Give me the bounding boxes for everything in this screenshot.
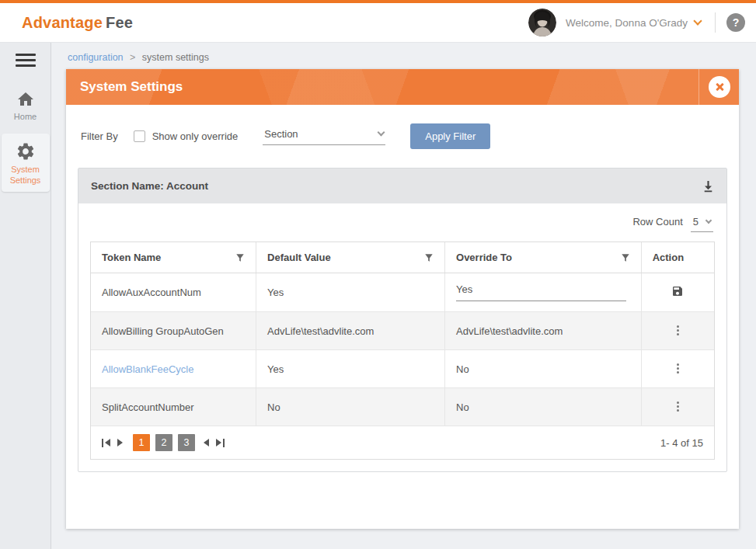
row-menu-button[interactable] — [672, 360, 684, 377]
last-page-icon — [216, 439, 221, 446]
avatar-photo — [528, 9, 556, 36]
download-button[interactable] — [702, 180, 714, 193]
filter-field-select[interactable]: Section — [263, 128, 385, 145]
breadcrumb-current: system settings — [142, 52, 209, 63]
settings-table-container: Token Name Default Value — [90, 241, 715, 460]
sidebar-item-home[interactable]: Home — [2, 82, 50, 129]
token-name-cell: AllowBlankFeeCycle — [91, 350, 256, 388]
top-bar-right: Welcome, Donna O'Grady ? — [528, 9, 745, 36]
welcome-text: Welcome, Donna O'Grady — [566, 17, 688, 29]
table-row: AllowBlankFeeCycle Yes No — [91, 350, 714, 388]
kebab-menu-icon — [677, 401, 679, 404]
section-header: Section Name: Account — [78, 169, 726, 203]
page-button-2[interactable]: 2 — [155, 434, 172, 451]
page-button-1[interactable]: 1 — [133, 434, 150, 451]
column-header-override-to: Override To — [445, 242, 642, 273]
action-cell — [641, 388, 714, 426]
vertical-divider — [715, 12, 716, 33]
action-cell — [641, 350, 714, 388]
override-input[interactable]: Yes — [456, 283, 626, 301]
show-only-override-checkbox[interactable] — [134, 130, 145, 142]
hamburger-icon — [16, 54, 36, 56]
system-settings-panel: System Settings Filter By Show only over… — [66, 69, 739, 529]
triangle-right-icon — [117, 439, 123, 446]
filter-funnel-icon[interactable] — [621, 253, 630, 262]
sidebar: Home System Settings — [0, 43, 51, 549]
filter-bar: Filter By Show only override Section App… — [81, 123, 727, 149]
settings-table: Token Name Default Value — [91, 242, 714, 426]
page-title: System Settings — [66, 79, 183, 95]
breadcrumb: configuration > system settings — [68, 52, 739, 63]
row-menu-button[interactable] — [672, 322, 684, 339]
save-icon — [671, 285, 684, 297]
filter-field-selected-value: Section — [264, 128, 298, 140]
sidebar-item-label: Home — [14, 112, 37, 121]
chevron-down-icon — [378, 128, 385, 136]
show-only-override-label: Show only override — [152, 130, 239, 142]
brand-primary: Advantage — [22, 14, 103, 31]
pagination-range-text: 1- 4 of 15 — [660, 437, 703, 449]
token-name-cell: SplitAccountNumber — [91, 388, 256, 426]
pagination-bar: 1 2 3 — [91, 426, 714, 459]
user-menu[interactable]: Welcome, Donna O'Grady — [566, 17, 701, 29]
breadcrumb-separator: > — [130, 52, 135, 63]
panel-body: Filter By Show only override Section App… — [66, 105, 739, 529]
question-mark-icon: ? — [733, 16, 740, 29]
token-name-cell: AllowAuxAccountNum — [91, 273, 256, 312]
gear-icon — [16, 141, 36, 162]
panel-header-close-area — [699, 69, 739, 105]
home-icon — [16, 90, 36, 109]
default-value-cell: Yes — [256, 273, 445, 312]
first-page-button[interactable] — [102, 439, 110, 447]
default-value-cell: AdvLife\test\advlite.com — [256, 312, 445, 350]
override-to-cell: No — [445, 388, 642, 426]
override-to-cell: No — [445, 350, 642, 388]
row-menu-button[interactable] — [672, 398, 684, 415]
app-logo: AdvantageFee — [22, 14, 133, 32]
column-header-action: Action — [641, 242, 714, 273]
section-panel: Section Name: Account Row Count5 — [78, 168, 727, 472]
first-page-icon — [102, 439, 103, 447]
filter-by-label: Filter By — [81, 130, 118, 142]
download-icon — [702, 180, 714, 193]
save-button[interactable] — [667, 283, 688, 301]
menu-toggle-button[interactable] — [16, 54, 36, 67]
triangle-left-icon — [204, 439, 209, 446]
kebab-menu-icon — [677, 325, 679, 328]
default-value-cell: Yes — [256, 350, 445, 388]
chevron-down-icon — [693, 16, 702, 25]
brand-secondary: Fee — [106, 14, 133, 31]
table-row: AllowAuxAccountNum Yes Yes — [91, 273, 714, 312]
row-count-select[interactable]: 5 — [691, 216, 713, 232]
forward-page-button[interactable] — [117, 439, 123, 446]
section-content: Row Count5 Token Name — [78, 203, 726, 471]
action-cell — [641, 312, 714, 350]
column-header-default-value: Default Value — [256, 242, 445, 273]
sidebar-item-label: System Settings — [10, 165, 41, 185]
row-count-value: 5 — [693, 216, 699, 228]
last-page-button[interactable] — [216, 439, 225, 447]
table-row: AllowBilling GroupAutoGen AdvLife\test\a… — [91, 312, 714, 350]
filter-funnel-icon[interactable] — [235, 253, 245, 262]
default-value-cell: No — [256, 388, 445, 426]
section-title: Section Name: Account — [91, 180, 208, 192]
avatar[interactable] — [528, 9, 556, 36]
back-page-button[interactable] — [204, 439, 209, 446]
filter-funnel-icon[interactable] — [424, 253, 434, 262]
top-bar: AdvantageFee Welcome, Donna O'Grady ? — [0, 3, 756, 43]
page-button-3[interactable]: 3 — [178, 434, 195, 451]
main-area: Home System Settings configuration > sys… — [0, 43, 756, 549]
sidebar-item-system-settings[interactable]: System Settings — [2, 134, 50, 193]
help-button[interactable]: ? — [726, 13, 745, 32]
row-count-bar: Row Count5 — [92, 216, 713, 232]
action-cell — [641, 273, 714, 312]
token-name-link[interactable]: AllowBlankFeeCycle — [102, 363, 194, 375]
table-row: SplitAccountNumber No No — [91, 388, 714, 426]
panel-header: System Settings — [66, 69, 739, 105]
override-to-cell: AdvLife\test\advlite.com — [445, 312, 642, 350]
apply-filter-button[interactable]: Apply Filter — [410, 123, 490, 149]
content-area: configuration > system settings System S… — [51, 43, 756, 549]
breadcrumb-link-configuration[interactable]: configuration — [68, 52, 124, 63]
close-button[interactable] — [709, 76, 730, 98]
row-count-label: Row Count — [632, 216, 682, 228]
